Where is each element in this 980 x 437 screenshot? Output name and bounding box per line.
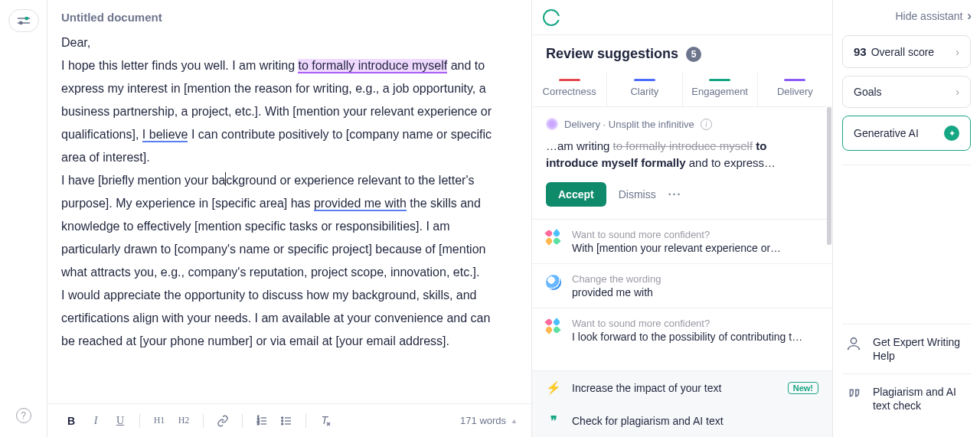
document-body[interactable]: Dear, I hope this letter finds you well.… xyxy=(47,31,531,403)
rewording-icon xyxy=(546,275,561,290)
goals-card[interactable]: Goals › xyxy=(842,76,971,108)
scrollbar[interactable] xyxy=(827,107,831,245)
h2-button[interactable]: H2 xyxy=(174,411,194,431)
sidebar-toggle-icon xyxy=(17,17,31,24)
toolbar-divider xyxy=(139,414,140,428)
suggestion-body: I look forward to the possibility of con… xyxy=(572,331,818,343)
paragraph-2: I have [briefly mention your background … xyxy=(61,169,501,284)
generative-ai-card[interactable]: Generative AI ✦ xyxy=(842,116,971,151)
suggestion-card-main: Delivery · Unsplit the infinitive i …am … xyxy=(532,107,832,219)
underline-button[interactable]: U xyxy=(110,411,130,431)
confidence-icon xyxy=(546,230,560,244)
increase-impact-button[interactable]: ⚡ Increase the impact of your text New! xyxy=(532,371,832,404)
help-icon[interactable]: ? xyxy=(16,408,31,423)
unordered-list-button[interactable] xyxy=(276,411,296,431)
paragraph-1: I hope this letter finds you well. I am … xyxy=(61,54,501,169)
document-title[interactable]: Untitled document xyxy=(47,0,531,31)
svg-point-18 xyxy=(851,338,856,344)
plagiarism-link[interactable]: Plagiarism and AI text check xyxy=(842,373,971,423)
h1-button[interactable]: H1 xyxy=(149,411,169,431)
side-link-label: Plagiarism and AI text check xyxy=(873,385,968,413)
suggestion-body: With [mention your relevant experience o… xyxy=(572,242,818,254)
footer-item-label: Increase the impact of your text xyxy=(572,382,721,394)
chevron-right-icon: › xyxy=(956,86,959,98)
tab-correctness[interactable]: Correctness xyxy=(532,71,607,106)
quote-outline-icon xyxy=(845,385,862,404)
suggestion-count-badge: 5 xyxy=(686,47,701,62)
tab-delivery[interactable]: Delivery xyxy=(758,71,832,106)
review-tabs: Correctness Clarity Engagement Delivery xyxy=(532,71,832,107)
clear-format-icon xyxy=(319,415,332,427)
bolt-icon: ⚡ xyxy=(546,380,561,395)
clear-format-button[interactable] xyxy=(315,411,335,431)
delivery-dot-icon xyxy=(546,118,558,130)
chevron-right-double-icon: ›› xyxy=(967,9,968,23)
format-toolbar: B I U H1 H2 123 xyxy=(61,411,335,431)
overall-score-card[interactable]: 93 Overall score › xyxy=(842,35,971,68)
grammarly-logo-icon xyxy=(543,9,560,26)
plagiarism-check-button[interactable]: ❞ Check for plagiarism and AI text xyxy=(532,404,832,437)
more-options-button[interactable]: ··· xyxy=(668,188,682,201)
chevron-right-icon: › xyxy=(956,46,959,58)
expert-help-link[interactable]: Get Expert Writing Help xyxy=(842,324,971,373)
suggestion-item[interactable]: Want to sound more confident?I look forw… xyxy=(532,308,832,352)
svg-point-14 xyxy=(282,420,283,422)
suggestion-body: provided me with xyxy=(572,286,818,298)
quote-icon: ❞ xyxy=(546,413,561,428)
confidence-icon xyxy=(546,319,560,333)
score-label: Overall score xyxy=(871,46,934,58)
new-badge: New! xyxy=(788,382,818,394)
suggestion-hint: Want to sound more confident? xyxy=(572,229,818,240)
svg-text:3: 3 xyxy=(257,421,260,426)
ordered-list-icon: 123 xyxy=(256,415,268,427)
chevron-up-icon: ▲ xyxy=(511,417,518,425)
sparkle-icon: ✦ xyxy=(944,126,959,141)
info-icon[interactable]: i xyxy=(701,119,712,130)
review-title: Review suggestions xyxy=(546,46,678,62)
ordered-list-button[interactable]: 123 xyxy=(252,411,272,431)
paragraph-3: I would appreciate the opportunity to di… xyxy=(61,284,501,353)
side-link-label: Get Expert Writing Help xyxy=(873,335,968,363)
svg-point-15 xyxy=(282,423,283,425)
svg-point-13 xyxy=(282,417,283,419)
suggestion-item[interactable]: Want to sound more confident?With [menti… xyxy=(532,219,832,263)
greeting-line: Dear, xyxy=(61,31,501,54)
tab-clarity[interactable]: Clarity xyxy=(607,71,682,106)
suggestion-hint: Want to sound more confident? xyxy=(572,318,818,329)
toolbar-divider xyxy=(305,414,306,428)
score-value: 93 xyxy=(854,45,867,58)
toolbar-divider xyxy=(242,414,243,428)
highlight-delivery[interactable]: to formally introduce myself xyxy=(298,59,447,73)
underline-clarity[interactable]: I believe xyxy=(142,128,188,142)
toolbar-divider xyxy=(203,414,204,428)
bold-button[interactable]: B xyxy=(61,411,81,431)
svg-point-3 xyxy=(18,21,22,24)
accept-button[interactable]: Accept xyxy=(546,182,606,207)
tab-engagement[interactable]: Engagement xyxy=(683,71,758,106)
unordered-list-icon xyxy=(280,415,292,427)
underline-clarity[interactable]: provided me with xyxy=(314,197,407,211)
footer-item-label: Check for plagiarism and AI text xyxy=(572,415,724,427)
suggestion-hint: Change the wording xyxy=(572,273,818,285)
dismiss-button[interactable]: Dismiss xyxy=(619,188,656,201)
hide-assistant-button[interactable]: Hide assistant ›› xyxy=(842,9,971,23)
sidebar-divider xyxy=(842,165,971,165)
link-icon xyxy=(217,415,229,427)
sidebar-toggle-button[interactable] xyxy=(8,9,39,32)
suggestion-text: …am writing to formally introduce myself… xyxy=(546,138,818,171)
link-button[interactable] xyxy=(213,411,233,431)
expert-icon xyxy=(845,335,862,354)
svg-point-2 xyxy=(24,17,28,20)
italic-button[interactable]: I xyxy=(86,411,106,431)
suggestion-item[interactable]: Change the wordingprovided me with xyxy=(532,263,832,308)
suggestion-category: Delivery · Unsplit the infinitive xyxy=(564,119,694,130)
word-count[interactable]: 171 words▲ xyxy=(460,415,518,426)
